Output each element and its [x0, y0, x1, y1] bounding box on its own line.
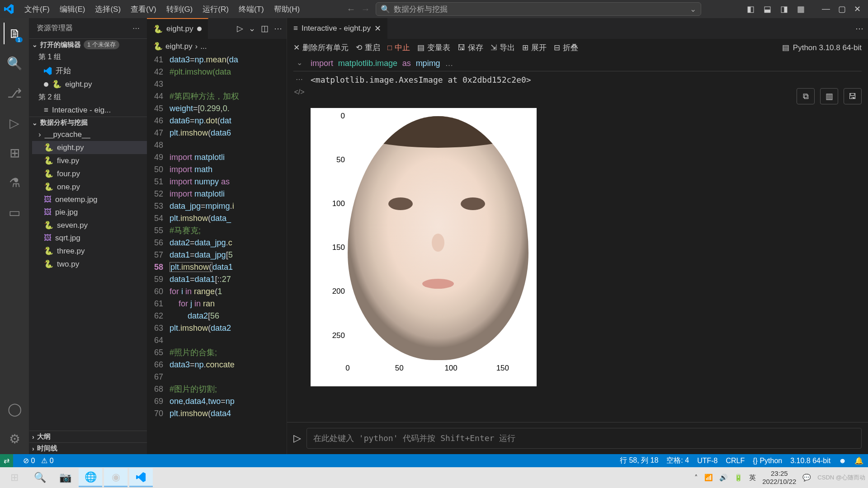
copy-plot-icon[interactable]: ⧉ [797, 88, 815, 104]
y-tick: 200 [332, 287, 345, 296]
menu-item[interactable]: 运行(R) [198, 2, 233, 16]
taskbar-search-icon[interactable]: 🔍 [28, 468, 52, 487]
breadcrumb[interactable]: 🐍 eight.py › ... [147, 39, 287, 54]
close-tab-icon[interactable]: ✕ [374, 23, 381, 33]
tray-ime[interactable]: 英 [749, 474, 756, 482]
start-button[interactable]: ⊞ [3, 468, 26, 487]
execute-cell-icon[interactable]: ▷ [293, 432, 301, 444]
variables-button[interactable]: ▤ 变量表 [417, 42, 450, 53]
taskbar-camera-icon[interactable]: 📷 [53, 468, 77, 487]
sidebar-more-icon[interactable]: ⋯ [132, 24, 140, 33]
menu-item[interactable]: 选择(S) [90, 2, 125, 16]
testing-icon[interactable]: ⚗ [4, 172, 25, 193]
statusbar-cursor[interactable]: 行 58, 列 18 [620, 456, 658, 465]
outline-section[interactable]: ›大纲 [29, 431, 147, 442]
layout-panel-bottom-icon[interactable]: ⬓ [760, 1, 775, 17]
tab-eight[interactable]: 🐍 eight.py [147, 18, 208, 39]
code-lines[interactable]: data3=np.mean(da#plt.imshow(data #第四种方法，… [170, 54, 287, 454]
explorer-icon[interactable]: 🗎1 [4, 23, 25, 44]
file-one-py[interactable]: 🐍one.py [32, 180, 147, 193]
tray-wifi-icon[interactable]: 📶 [704, 474, 713, 482]
menu-item[interactable]: 编辑(E) [55, 2, 90, 16]
collapse-all-button[interactable]: ⊟ 折叠 [554, 42, 578, 53]
file-onetemp-jpg[interactable]: 🖼onetemp.jpg [32, 193, 147, 206]
open-editors-header[interactable]: ⌄ 打开的编辑器 1 个未保存 [29, 39, 147, 51]
run-dropdown-icon[interactable]: ⌄ [249, 23, 255, 33]
timeline-section[interactable]: ›时间线 [29, 442, 147, 454]
taskbar-vscode-icon[interactable] [129, 468, 153, 487]
remote-indicator[interactable]: ⇄ [0, 454, 13, 467]
file-sqrt-jpg[interactable]: 🖼sqrt.jpg [32, 232, 147, 244]
interrupt-kernel-button[interactable]: □ 中止 [387, 42, 410, 53]
close-icon[interactable]: ✕ [850, 1, 864, 17]
chevron-down-icon[interactable]: ⌄ [690, 5, 696, 14]
settings-gear-icon[interactable]: ⚙ [4, 428, 25, 450]
source-control-icon[interactable]: ⎇ [4, 82, 25, 104]
file-five-py[interactable]: 🐍five.py [32, 154, 147, 167]
statusbar-feedback-icon[interactable]: ☻ [839, 457, 846, 465]
tray-chevron-icon[interactable]: ˄ [694, 474, 698, 482]
statusbar-warnings[interactable]: ⚠ 0 [41, 456, 53, 465]
file-eight-py[interactable]: 🐍eight.py [32, 141, 147, 154]
cell-chevron-icon[interactable]: ⌄ [297, 58, 302, 68]
maximize-icon[interactable]: ▢ [835, 1, 849, 17]
save-plot-icon[interactable]: 🖫 [844, 88, 862, 104]
file-four-py[interactable]: 🐍four.py [32, 167, 147, 180]
export-button[interactable]: ⇲ 导出 [491, 42, 515, 53]
interactive-input[interactable]: 在此处键入 'python' 代码并按 Shift+Enter 运行 [307, 428, 862, 449]
run-file-icon[interactable]: ▷ [237, 23, 243, 33]
tray-notifications-icon[interactable]: 💬 [802, 474, 811, 482]
file-three-py[interactable]: 🐍three.py [32, 244, 147, 258]
layout-panel-right-icon[interactable]: ◨ [777, 1, 792, 17]
minimize-icon[interactable]: — [818, 1, 834, 17]
menu-item[interactable]: 转到(G) [162, 2, 198, 16]
command-center[interactable]: 🔍 数据分析与挖掘 ⌄ [376, 2, 701, 16]
search-icon[interactable]: 🔍 [4, 52, 25, 74]
menu-item[interactable]: 帮助(H) [269, 2, 305, 16]
file-pie-jpg[interactable]: 🖼pie.jpg [32, 206, 147, 219]
tray-battery-icon[interactable]: 🔋 [734, 474, 743, 482]
statusbar-indent[interactable]: 空格: 4 [666, 456, 689, 465]
tray-clock[interactable]: 23:25 2022/10/22 [762, 469, 796, 486]
layout-panel-left-icon[interactable]: ◧ [743, 1, 758, 17]
open-editor-eight[interactable]: 🐍 eight.py [32, 78, 147, 91]
extensions-icon[interactable]: ⊞ [4, 142, 25, 164]
run-debug-icon[interactable]: ▷ [4, 112, 25, 134]
modified-dot-icon [44, 82, 48, 87]
menu-item[interactable]: 查看(V) [126, 2, 161, 16]
statusbar-errors[interactable]: ⊘ 0 [23, 456, 35, 465]
code-editor[interactable]: 4142434445464748495051525354555657585960… [147, 54, 287, 454]
statusbar-bell-icon[interactable]: 🔔 [854, 456, 863, 465]
statusbar-encoding[interactable]: UTF-8 [697, 457, 717, 465]
open-editor-start[interactable]: 开始 [32, 64, 147, 78]
nav-back-icon[interactable]: ← [347, 4, 356, 14]
statusbar-interpreter[interactable]: 3.10.8 64-bit [790, 457, 830, 465]
restart-kernel-button[interactable]: ⟲ 重启 [356, 42, 380, 53]
jupyter-icon[interactable]: ▭ [4, 202, 25, 223]
file-seven-py[interactable]: 🐍seven.py [32, 219, 147, 232]
clear-cells-button[interactable]: ✕ 删除所有单元 [293, 42, 349, 53]
kernel-selector[interactable]: ▤ Python 3.10.8 64-bit [782, 43, 862, 52]
accounts-icon[interactable]: ◯ [4, 398, 25, 420]
taskbar-chrome-icon[interactable]: ◉ [104, 468, 127, 487]
tray-volume-icon[interactable]: 🔊 [719, 474, 728, 482]
open-editor-interactive[interactable]: ≡ Interactive - eig... [32, 104, 147, 117]
statusbar-language[interactable]: {} Python [753, 457, 782, 465]
more-actions-icon[interactable]: ⋯ [855, 23, 863, 33]
layout-customize-icon[interactable]: ▦ [793, 1, 808, 17]
file-two-py[interactable]: 🐍two.py [32, 258, 147, 271]
save-button[interactable]: 🖫 保存 [458, 42, 483, 53]
folder-pycache[interactable]: › __pycache__ [32, 128, 147, 141]
taskbar-edge-icon[interactable]: 🌐 [79, 468, 102, 487]
tab-interactive[interactable]: ≡ Interactive - eight.py ✕ [287, 18, 388, 39]
statusbar-eol[interactable]: CRLF [726, 457, 745, 465]
project-header[interactable]: ⌄ 数据分析与挖掘 [29, 117, 147, 128]
split-editor-icon[interactable]: ◫ [261, 23, 269, 33]
plot-viewer-icon[interactable]: ▥ [820, 88, 838, 104]
output-more-icon[interactable]: ⋯ [296, 75, 303, 84]
expand-all-button[interactable]: ⊞ 展开 [522, 42, 547, 53]
more-actions-icon[interactable]: ⋯ [274, 23, 282, 33]
menu-item[interactable]: 终端(T) [234, 2, 269, 16]
nav-forward-icon[interactable]: → [361, 4, 370, 14]
menu-item[interactable]: 文件(F) [20, 2, 54, 16]
